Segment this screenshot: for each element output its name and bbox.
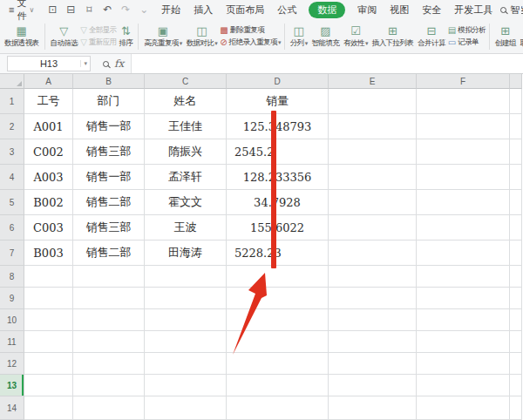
cell-E6[interactable] <box>329 215 417 240</box>
ribbon-button-数据透视表[interactable]: ▦数据透视表 <box>3 20 41 53</box>
cell-C13[interactable] <box>145 375 227 396</box>
cell-G11[interactable] <box>510 331 522 353</box>
cell-C2[interactable]: 王佳佳 <box>145 114 227 139</box>
cell-A13[interactable] <box>24 375 73 396</box>
cell-A5[interactable]: B002 <box>24 190 73 215</box>
cell-B7[interactable]: 销售二部 <box>73 240 145 266</box>
tab-插入[interactable]: 插入 <box>193 2 214 18</box>
cell-E11[interactable] <box>329 331 417 353</box>
cell-D7[interactable]: 5228.23 <box>227 240 329 266</box>
row-header-2[interactable]: 2 <box>0 114 24 139</box>
cell-C12[interactable] <box>145 353 227 375</box>
ribbon-button-拒绝录入重复项[interactable]: ⊘拒绝录入重复项▾ <box>220 37 281 47</box>
ribbon-button-有效性[interactable]: ☑有效性▾ <box>342 20 370 53</box>
cell-D4[interactable]: 128.233356 <box>227 165 329 190</box>
cell-C5[interactable]: 霍文文 <box>145 190 227 215</box>
ribbon-button-创建组[interactable]: ⊞创建组 <box>493 20 518 53</box>
cell-F11[interactable] <box>417 331 510 353</box>
row-header-12[interactable]: 12 <box>0 353 24 375</box>
cell-B10[interactable] <box>73 309 145 331</box>
cell-E8[interactable] <box>329 266 417 288</box>
cell-E4[interactable] <box>329 165 417 190</box>
cell-D2[interactable]: 125.348793 <box>227 114 329 139</box>
row-header-13[interactable]: 13 <box>0 375 24 396</box>
cell-F14[interactable] <box>417 396 510 420</box>
cell-B13[interactable] <box>73 375 145 396</box>
cell-D9[interactable] <box>227 288 329 309</box>
cell-E12[interactable] <box>329 353 417 375</box>
smart-search[interactable]: 智 <box>495 0 521 19</box>
cell-A1[interactable]: 工号 <box>24 89 73 114</box>
cell-B1[interactable]: 部门 <box>73 89 145 114</box>
cell-B8[interactable] <box>73 266 145 288</box>
tab-安全[interactable]: 安全 <box>421 2 442 18</box>
cell-E10[interactable] <box>329 309 417 331</box>
cell-F6[interactable] <box>417 215 510 240</box>
ribbon-button-合并计算[interactable]: ⊟合并计算 <box>416 20 447 53</box>
file-menu-button[interactable]: ≡ 文件 ∨ <box>5 0 37 23</box>
tab-数据[interactable]: 数据 <box>309 2 345 18</box>
cell-A12[interactable] <box>24 353 73 375</box>
cell-G1[interactable] <box>510 89 522 114</box>
cell-A3[interactable]: C002 <box>24 139 73 165</box>
cell-A14[interactable] <box>24 396 73 420</box>
row-header-3[interactable]: 3 <box>0 139 24 165</box>
tab-公式[interactable]: 公式 <box>276 2 297 18</box>
cell-C1[interactable]: 姓名 <box>145 89 227 114</box>
cell-A10[interactable] <box>24 309 73 331</box>
cell-D10[interactable] <box>227 309 329 331</box>
ribbon-button-智能填充[interactable]: ▨智能填充 <box>310 20 342 53</box>
cell-C4[interactable]: 孟泽轩 <box>145 165 227 190</box>
column-header-D[interactable]: D <box>227 74 329 89</box>
cell-B11[interactable] <box>73 331 145 353</box>
formula-input[interactable] <box>131 54 523 73</box>
cell-G3[interactable] <box>510 139 522 165</box>
cell-D5[interactable]: 34.7928 <box>227 190 329 215</box>
save-icon[interactable]: ⊡ <box>46 3 58 16</box>
cell-A8[interactable] <box>24 266 73 288</box>
cell-D11[interactable] <box>227 331 329 353</box>
cell-B3[interactable]: 销售三部 <box>73 139 145 165</box>
column-header-C[interactable]: C <box>145 74 227 89</box>
ribbon-button-分列[interactable]: ◫分列▾ <box>289 20 309 53</box>
cell-E14[interactable] <box>329 396 417 420</box>
cell-F2[interactable] <box>417 114 510 139</box>
row-header-11[interactable]: 11 <box>0 331 24 353</box>
ribbon-button-记录单[interactable]: ▭记录单 <box>448 37 486 47</box>
cell-B12[interactable] <box>73 353 145 375</box>
cell-D1[interactable]: 销量 <box>227 89 329 114</box>
cell-D12[interactable] <box>227 353 329 375</box>
name-box-dropdown-icon[interactable]: ▾ <box>80 60 87 67</box>
ribbon-button-数据对比[interactable]: ◫数据对比▾ <box>185 20 220 53</box>
cell-F5[interactable] <box>417 190 510 215</box>
cell-F9[interactable] <box>417 288 510 309</box>
zoom-icon[interactable] <box>103 61 109 67</box>
ribbon-button-删除重复项[interactable]: ▩删除重复项 <box>220 25 281 35</box>
cell-B5[interactable]: 销售二部 <box>73 190 145 215</box>
cell-A2[interactable]: A001 <box>24 114 73 139</box>
cell-E9[interactable] <box>329 288 417 309</box>
cell-C11[interactable] <box>145 331 227 353</box>
cell-A9[interactable] <box>24 288 73 309</box>
cell-C14[interactable] <box>145 396 227 420</box>
row-header-9[interactable]: 9 <box>0 288 24 309</box>
cell-G8[interactable] <box>510 266 522 288</box>
cell-C10[interactable] <box>145 309 227 331</box>
ribbon-button-高亮重复项[interactable]: ▣高亮重复项▾ <box>142 20 183 53</box>
cell-D14[interactable] <box>227 396 329 420</box>
cell-C8[interactable] <box>145 266 227 288</box>
ribbon-button-重新应用[interactable]: ▽重新应用 <box>80 37 116 47</box>
tab-视图[interactable]: 视图 <box>389 2 410 18</box>
cell-D8[interactable] <box>227 266 329 288</box>
cell-G7[interactable] <box>510 240 522 266</box>
cell-F13[interactable] <box>417 375 510 396</box>
cell-F10[interactable] <box>417 309 510 331</box>
ribbon-button-排序[interactable]: ⇅排序 <box>117 20 134 53</box>
tab-页面布局[interactable]: 页面布局 <box>225 2 265 18</box>
row-header-7[interactable]: 7 <box>0 240 24 266</box>
cell-F12[interactable] <box>417 353 510 375</box>
cell-G9[interactable] <box>510 288 522 309</box>
column-header-E[interactable]: E <box>329 74 417 89</box>
tab-开发工具[interactable]: 开发工具 <box>453 2 493 18</box>
cell-B14[interactable] <box>73 396 145 420</box>
